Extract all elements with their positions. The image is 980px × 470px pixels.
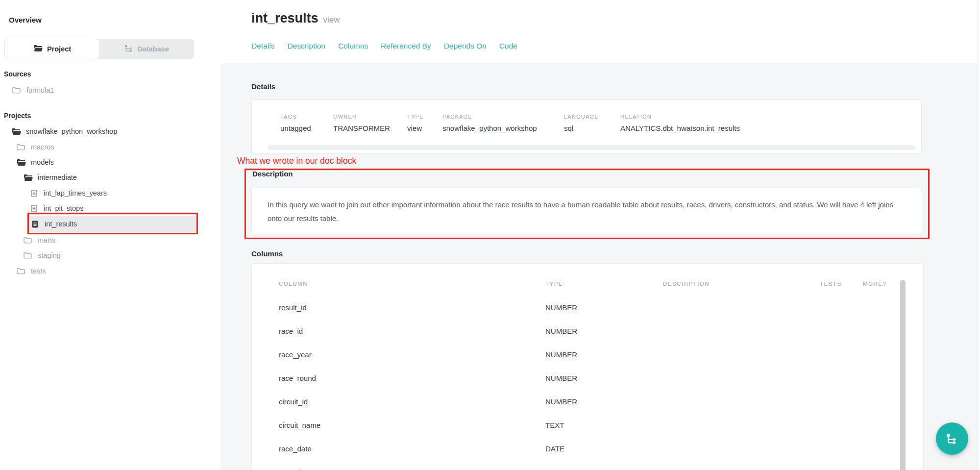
sidebar-item-label: staging xyxy=(38,251,61,259)
sidebar-item-int-results[interactable]: int_results xyxy=(32,218,77,230)
sidebar-item-snowflake-python-workshop[interactable]: snowflake_python_workshop xyxy=(12,125,117,138)
sidebar-item-marts[interactable]: marts xyxy=(24,234,55,247)
cell-column-type: TIME xyxy=(545,468,563,470)
folder-icon xyxy=(24,252,32,259)
sidebar-item-models[interactable]: models xyxy=(17,156,54,169)
page-scrollbar[interactable] xyxy=(978,0,980,470)
columns-section-heading: Columns xyxy=(251,249,283,258)
sidebar: Overview Project Database Sources formul… xyxy=(0,0,220,470)
tab-columns[interactable]: Columns xyxy=(338,42,368,50)
tab-description[interactable]: Description xyxy=(287,42,325,50)
cell-column-name: result_id xyxy=(279,303,307,312)
cell-column-name: circuit_name xyxy=(279,421,320,429)
table-row-race-time[interactable]: race_time TIME xyxy=(252,468,894,470)
table-row-race-year[interactable]: race_year NUMBER xyxy=(252,350,894,365)
sidebar-item-label: int_lap_times_years xyxy=(44,189,107,197)
toggle-database-label: Database xyxy=(137,45,169,53)
sidebar-item-staging[interactable]: staging xyxy=(24,249,61,262)
folder-icon xyxy=(12,87,21,94)
description-card: In this query we want to join out other … xyxy=(251,188,922,234)
sidebar-item-label: macros xyxy=(31,143,54,151)
description-text: In this query we want to join out other … xyxy=(268,198,907,225)
lineage-icon xyxy=(946,432,958,445)
details-field-relation: RELATION ANALYTICS.dbt_hwatson.int_resul… xyxy=(620,114,740,132)
annotation-text: What we wrote in our doc block xyxy=(237,156,356,166)
sidebar-item-label: marts xyxy=(38,236,55,244)
details-field-package: PACKAGE snowflake_python_workshop xyxy=(442,114,537,132)
cell-column-name: race_date xyxy=(279,445,312,453)
column-header-type: TYPE xyxy=(545,281,563,287)
sidebar-item-tests[interactable]: tests xyxy=(17,265,46,277)
horizontal-scrollbar[interactable] xyxy=(268,145,916,150)
tab-referenced-by[interactable]: Referenced By xyxy=(381,42,431,50)
table-row-race-id[interactable]: race_id NUMBER xyxy=(252,327,894,342)
sidebar-item-int-pit-stops[interactable]: int_pit_stops xyxy=(31,202,83,215)
cell-column-type: DATE xyxy=(545,445,564,453)
view-toggle: Project Database xyxy=(5,39,194,59)
cell-column-type: TEXT xyxy=(545,421,564,429)
toggle-project-button[interactable]: Project xyxy=(5,39,99,59)
details-field-owner: OWNER TRANSFORMER xyxy=(333,114,390,132)
folder-open-icon xyxy=(24,174,33,181)
overview-heading: Overview xyxy=(9,16,42,24)
lineage-graph-button[interactable] xyxy=(936,422,968,455)
file-filled-icon xyxy=(32,221,38,228)
sidebar-item-intermediate[interactable]: intermediate xyxy=(24,171,77,184)
table-row-circuit-name[interactable]: circuit_name TEXT xyxy=(252,421,894,436)
tab-code[interactable]: Code xyxy=(499,42,517,50)
lineage-icon xyxy=(124,45,133,54)
folder-open-icon xyxy=(33,45,43,53)
details-card: TAGS untagged OWNER TRANSFORMER TYPE vie… xyxy=(251,99,922,153)
field-label: TYPE xyxy=(407,114,424,120)
column-header-column: COLUMN xyxy=(279,281,308,287)
sidebar-item-label: tests xyxy=(31,267,46,275)
field-value: TRANSFORMER xyxy=(333,124,390,132)
sidebar-item-label: int_results xyxy=(45,220,77,228)
details-field-tags: TAGS untagged xyxy=(280,114,311,132)
folder-open-icon xyxy=(12,128,21,135)
sidebar-item-int-lap-times-years[interactable]: int_lap_times_years xyxy=(31,187,107,199)
field-value: snowflake_python_workshop xyxy=(442,124,537,132)
field-label: RELATION xyxy=(620,114,740,120)
field-value: ANALYTICS.dbt_hwatson.int_results xyxy=(620,124,740,132)
field-label: PACKAGE xyxy=(442,114,537,120)
table-row-circuit-id[interactable]: circuit_id NUMBER xyxy=(252,397,894,412)
cell-column-type: NUMBER xyxy=(545,397,577,406)
main-header: int_resultsview Details Description Colu… xyxy=(220,0,980,63)
cell-column-type: NUMBER xyxy=(545,303,577,312)
sidebar-item-formula1[interactable]: formula1 xyxy=(12,84,54,97)
column-header-more: MORE? xyxy=(863,281,886,287)
field-value: untagged xyxy=(280,124,311,132)
columns-card: COLUMN TYPE DESCRIPTION TESTS MORE? resu… xyxy=(251,263,924,470)
tab-bar: Details Description Columns Referenced B… xyxy=(251,42,517,50)
details-field-language: LANGUAGE sql xyxy=(564,114,599,132)
table-row-race-round[interactable]: race_round NUMBER xyxy=(252,374,894,389)
toggle-database-button[interactable]: Database xyxy=(99,39,194,59)
projects-heading: Projects xyxy=(4,112,31,120)
field-value: view xyxy=(407,124,424,132)
details-field-type: TYPE view xyxy=(407,114,424,132)
tab-details[interactable]: Details xyxy=(251,42,274,50)
cell-column-name: race_round xyxy=(279,374,316,382)
cell-column-type: NUMBER xyxy=(545,327,577,335)
cell-column-name: race_time xyxy=(279,468,311,470)
table-row-result-id[interactable]: result_id NUMBER xyxy=(252,303,894,318)
sidebar-item-macros[interactable]: macros xyxy=(17,141,54,153)
folder-open-icon xyxy=(17,159,26,166)
description-section-heading: Description xyxy=(252,170,293,178)
sidebar-item-label: formula1 xyxy=(26,86,54,94)
column-header-tests: TESTS xyxy=(820,281,842,287)
folder-icon xyxy=(17,268,25,274)
sidebar-item-label: intermediate xyxy=(38,173,77,181)
field-label: TAGS xyxy=(280,114,311,120)
field-value: sql xyxy=(564,124,599,132)
column-header-description: DESCRIPTION xyxy=(663,281,710,287)
table-row-race-date[interactable]: race_date DATE xyxy=(252,445,894,459)
sidebar-item-label: snowflake_python_workshop xyxy=(26,127,117,135)
sidebar-item-label: models xyxy=(31,158,54,166)
toggle-project-label: Project xyxy=(47,45,71,53)
tab-depends-on[interactable]: Depends On xyxy=(444,42,487,50)
model-name: int_results xyxy=(251,11,318,25)
vertical-scrollbar[interactable] xyxy=(900,280,906,470)
page-title: int_resultsview xyxy=(251,11,340,26)
